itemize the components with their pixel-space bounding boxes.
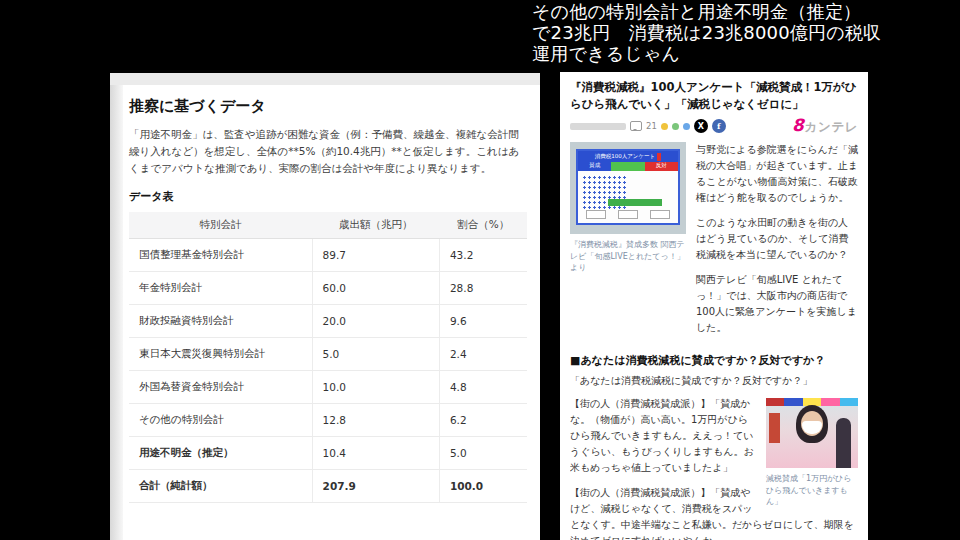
survey-tabs: 賛成 反対 <box>578 162 678 171</box>
cell-amount: 5.0 <box>312 338 439 371</box>
intro-section: 消費税100人アンケート 賛成 反対 <box>570 142 858 345</box>
special-accounts-table: 特別会計 歳出額（兆円） 割合（%） 国債整理基金特別会計89.743.2年金特… <box>129 212 527 503</box>
document-description: 「用途不明金」は、監査や追跡が困難な資金（例：予備費、繰越金、複雑な会計間繰り入… <box>129 126 527 177</box>
survey-tab-agree: 賛成 <box>578 162 611 171</box>
table-row: 外国為替資金特別会計10.04.8 <box>129 371 527 404</box>
section1-heading: ■あなたは消費税減税に賛成ですか？反対ですか？ <box>570 353 858 368</box>
cell-name: 財政投融資特別会計 <box>129 305 312 338</box>
intro-paragraphs: 与野党による参院選をにらんだ「減税の大合唱」が起きています。止まることがない物価… <box>696 142 858 345</box>
table-row: 用途不明金（推定）10.45.0 <box>129 437 527 470</box>
cell-amount: 12.8 <box>312 404 439 437</box>
cell-percent: 28.8 <box>439 272 527 305</box>
cell-name: 国債整理基金特別会計 <box>129 239 312 272</box>
survey-footer-boxes <box>586 210 670 219</box>
cell-amount: 60.0 <box>312 272 439 305</box>
cell-name: 用途不明金（推定） <box>129 437 312 470</box>
cell-name: 合計（純計額） <box>129 470 312 503</box>
article-title: 『消費税減税』100人アンケート「減税賛成！1万がひらひら飛んでいく」「減税じゃ… <box>570 79 858 112</box>
table-row: 東日本大震災復興特別会計5.02.4 <box>129 338 527 371</box>
cell-percent: 2.4 <box>439 338 527 371</box>
header-percent: 割合（%） <box>439 212 527 239</box>
document-title: 推察に基づくデータ <box>129 97 527 116</box>
screen: その他の特別会計と用途不明金（推定）で23兆円 消費税は23兆8000億円の税収… <box>0 0 960 540</box>
document-content: 推察に基づくデータ 「用途不明金」は、監査や追跡が困難な資金（例：予備費、繰越金… <box>129 97 527 503</box>
header-account: 特別会計 <box>129 212 312 239</box>
survey-banner: 消費税100人アンケート <box>578 151 678 162</box>
survey-card-graphic: 消費税100人アンケート 賛成 反対 <box>576 149 680 225</box>
table-header-row: 特別会計 歳出額（兆円） 割合（%） <box>129 212 527 239</box>
cell-name: 年金特別会計 <box>129 272 312 305</box>
article-panel: 『消費税減税』100人アンケート「減税賛成！1万がひらひら飛んでいく」「減税じゃ… <box>560 72 868 540</box>
document-left-edge <box>110 85 123 540</box>
section1-quote: 「あなたは消費税減税に賛成ですか？反対ですか？」 <box>570 374 858 388</box>
cell-percent: 4.8 <box>439 371 527 404</box>
table-row: 合計（純計額）207.9100.0 <box>129 470 527 503</box>
headline-line: その他の特別会計と用途不明金（推定） <box>532 1 956 22</box>
header-amount: 歳出額（兆円） <box>312 212 439 239</box>
cell-amount: 89.7 <box>312 239 439 272</box>
paragraph: 与野党による参院選をにらんだ「減税の大合唱」が起きています。止まることがない物価… <box>696 142 858 206</box>
publish-date-text <box>570 123 626 130</box>
shop-sign <box>769 413 780 443</box>
cell-percent: 6.2 <box>439 404 527 437</box>
cell-percent: 9.6 <box>439 305 527 338</box>
woman-image-caption: 減税賛成「1万円がひらひら飛んでいきますもん」 <box>766 473 858 507</box>
table-row: その他の特別会計12.86.2 <box>129 404 527 437</box>
cell-name: 外国為替資金特別会計 <box>129 371 312 404</box>
woman-image-column: 減税賛成「1万円がひらひら飛んでいきますもん」 <box>766 398 858 507</box>
cell-amount: 20.0 <box>312 305 439 338</box>
cell-name: その他の特別会計 <box>129 404 312 437</box>
woman-street-image <box>766 398 858 468</box>
cell-percent: 43.2 <box>439 239 527 272</box>
survey-banner-text: 消費税100人アンケート <box>595 153 656 160</box>
facebook-share-icon[interactable]: f <box>712 119 726 133</box>
kantele-logo[interactable]: 8 カンテレ <box>792 117 858 136</box>
table-row: 財政投融資特別会計20.09.6 <box>129 305 527 338</box>
comment-count[interactable]: 21 <box>646 121 657 131</box>
survey-green-bar <box>608 199 662 206</box>
cell-amount: 207.9 <box>312 470 439 503</box>
survey-tab-oppose: 反対 <box>645 162 678 171</box>
cell-percent: 100.0 <box>439 470 527 503</box>
document-panel: 推察に基づくデータ 「用途不明金」は、監査や追跡が困難な資金（例：予備費、繰越金… <box>110 73 540 540</box>
document-top-strip <box>110 73 540 85</box>
headline-line: 運用できるじゃん <box>532 43 956 64</box>
survey-image-caption: 『消費税減税』賛成多数 関西テレビ「旬感LIVEとれたてっ！」より <box>570 239 686 273</box>
cell-percent: 5.0 <box>439 437 527 470</box>
reaction-icon[interactable] <box>672 123 679 130</box>
cell-amount: 10.4 <box>312 437 439 470</box>
background-figure <box>836 418 851 468</box>
table-row: 年金特別会計60.028.8 <box>129 272 527 305</box>
kantele-logo-mark: 8 <box>792 117 804 134</box>
article-meta-row: 21 X f 8 カンテレ <box>570 117 858 135</box>
comment-icon[interactable] <box>630 121 642 131</box>
table-body: 国債整理基金特別会計89.743.2年金特別会計60.028.8財政投融資特別会… <box>129 239 527 503</box>
reaction-icon[interactable] <box>683 123 690 130</box>
survey-image-column: 消費税100人アンケート 賛成 反対 <box>570 142 686 345</box>
survey-result-image: 消費税100人アンケート 賛成 反対 <box>570 142 686 234</box>
paragraph: このような永田町の動きを街の人はどう見ているのか、そして消費税減税を本当に望んで… <box>696 215 858 263</box>
table-label: データ表 <box>129 189 527 204</box>
cell-amount: 10.0 <box>312 371 439 404</box>
section1-block: 減税賛成「1万円がひらひら飛んでいきますもん」 【街の人（消費減税賛成派）】「賛… <box>570 396 858 540</box>
survey-tab-middle <box>611 162 644 171</box>
kantele-logo-name: カンテレ <box>805 119 858 136</box>
survey-banner-badge <box>657 153 661 161</box>
table-row: 国債整理基金特別会計89.743.2 <box>129 239 527 272</box>
paragraph: 関西テレビ「旬感LIVE とれたてっ！」では、大阪市内の商店街で100人に緊急ア… <box>696 272 858 336</box>
overlay-headline: その他の特別会計と用途不明金（推定）で23兆円 消費税は23兆8000億円の税収… <box>532 1 956 65</box>
x-share-icon[interactable]: X <box>694 119 708 133</box>
reaction-icon[interactable] <box>661 123 668 130</box>
cell-name: 東日本大震災復興特別会計 <box>129 338 312 371</box>
headline-line: で23兆円 消費税は23兆8000億円の税収 <box>532 22 956 43</box>
